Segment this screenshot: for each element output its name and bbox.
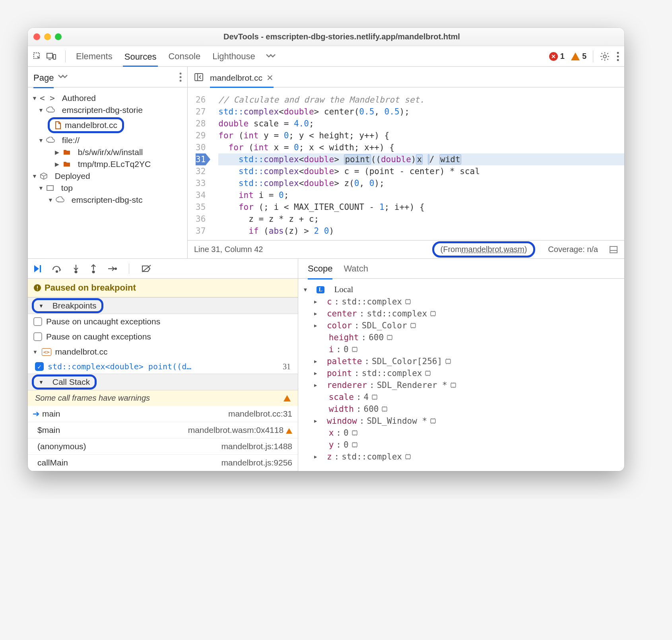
memory-icon[interactable] [429,418,437,424]
tab-elements[interactable]: Elements [74,51,114,62]
svg-point-9 [180,80,182,81]
show-drawer-icon[interactable] [609,246,618,254]
scope-variable[interactable]: ▶ window: SDL_Window * [302,415,620,427]
svg-point-23 [115,268,117,270]
source-from-link[interactable]: (From mandelbrot.wasm) [432,241,536,258]
breakpoints-header[interactable]: ▼ Breakpoints [28,297,298,314]
tab-lighthouse[interactable]: Lighthouse [211,51,257,62]
pause-uncaught-checkbox[interactable]: Pause on uncaught exceptions [28,314,298,329]
stack-frame[interactable]: (anonymous)mandelbrot.js:1488 [28,438,298,455]
file-tab-mandelbrot[interactable]: mandelbrot.cc ✕ [210,73,274,88]
stack-frame[interactable]: $mainmandelbrot.wasm:0x4118 [28,422,298,438]
memory-icon[interactable] [351,346,358,353]
deactivate-breakpoints-icon[interactable] [141,264,152,273]
tree-deployed-origin[interactable]: ▼ emscripten-dbg-stc [31,194,184,206]
settings-icon[interactable] [600,51,610,62]
tree-file-scheme[interactable]: ▼ file:// [31,134,184,146]
svg-rect-77 [451,383,456,387]
tree-top[interactable]: ▼ top [31,182,184,194]
scope-variable[interactable]: width: 600 [302,403,620,415]
memory-icon[interactable] [351,430,358,436]
tree-origin[interactable]: ▼ emscripten-dbg-storie [31,104,184,116]
scope-variable[interactable]: ▶ c: std::complex [302,296,620,308]
watch-tab[interactable]: Watch [344,264,368,274]
error-count: 1 [560,52,565,61]
memory-icon[interactable] [404,299,412,305]
memory-icon[interactable] [381,406,388,412]
device-icon[interactable] [46,52,56,61]
memory-icon[interactable] [424,370,431,376]
tree-file-mandelbrot[interactable]: mandelbrot.cc [31,116,184,134]
svg-rect-2 [53,54,56,59]
navigator-more-icon[interactable] [179,72,182,82]
tab-sources[interactable]: Sources [123,52,158,67]
line-gutter[interactable]: 262728293031323334353637 [188,87,210,240]
pause-message: Paused on breakpoint [28,279,298,297]
memory-icon[interactable] [429,310,437,317]
code-lines[interactable]: // Calculate and draw the Mandelbrot set… [210,87,624,240]
svg-point-3 [603,55,606,58]
close-icon[interactable] [33,33,40,40]
step-out-icon[interactable] [90,264,97,273]
memory-icon[interactable] [410,322,417,329]
memory-icon[interactable] [445,358,452,365]
breakpoint-item[interactable]: ✓std::complex<double> point((d…31 [28,359,298,374]
tab-console[interactable]: Console [167,51,202,62]
memory-icon[interactable] [351,442,358,448]
scope-variable[interactable]: ▶ renderer: SDL_Renderer * [302,379,620,391]
scope-tabs: Scope Watch [298,259,624,279]
step-into-icon[interactable] [72,264,80,273]
warning-icon [284,395,291,401]
scope-variable[interactable]: y: 0 [302,439,620,451]
scope-variable[interactable]: x: 0 [302,427,620,439]
scope-variable[interactable]: height: 600 [302,332,620,343]
more-navigator-icon[interactable] [58,74,68,81]
step-icon[interactable] [107,265,117,273]
warning-count-badge[interactable]: 5 [571,52,587,61]
svg-rect-28 [406,300,410,304]
pause-caught-checkbox[interactable]: Pause on caught exceptions [28,329,298,344]
svg-point-7 [180,72,182,74]
more-tabs-icon[interactable] [266,53,276,60]
error-count-badge[interactable]: ✕ 1 [549,52,565,61]
callstack-header[interactable]: ▼ Call Stack [28,374,298,390]
tree-authored[interactable]: ▼< > Authored [31,92,184,104]
scope-variable[interactable]: ▶ point: std::complex [302,367,620,379]
resume-icon[interactable] [33,264,41,273]
page-tab[interactable]: Page [33,73,54,88]
tree-deployed[interactable]: ▼ Deployed [31,170,184,182]
editor-statusbar: Line 31, Column 42 (From mandelbrot.wasm… [188,240,624,258]
scope-variable[interactable]: scale: 4 [302,391,620,403]
more-icon[interactable] [616,51,620,62]
minimize-icon[interactable] [44,33,51,40]
memory-icon[interactable] [404,454,412,460]
scope-local[interactable]: ▼ L Local [302,283,620,296]
svg-rect-56 [352,347,357,351]
zoom-icon[interactable] [55,33,62,40]
tree-path-1[interactable]: ▶ b/s/w/ir/x/w/install [31,146,184,158]
scope-tab[interactable]: Scope [308,264,332,279]
svg-rect-49 [387,336,392,339]
breakpoint-file[interactable]: ▼<>mandelbrot.cc [28,344,298,359]
svg-rect-91 [382,407,387,411]
step-over-icon[interactable] [52,264,62,273]
svg-rect-1 [47,53,52,58]
scope-variable[interactable]: ▶ z: std::complex [302,451,620,463]
memory-icon[interactable] [386,334,393,341]
scope-variable[interactable]: ▶ color: SDL_Color [302,320,620,332]
svg-rect-84 [372,395,377,399]
scope-variable[interactable]: ▶ center: std::complex [302,308,620,320]
memory-icon[interactable] [450,382,457,388]
close-tab-icon[interactable]: ✕ [266,73,274,83]
scope-variable[interactable]: ▶ palette: SDL_Color[256] [302,355,620,367]
scope-variable[interactable]: i: 0 [302,343,620,355]
traffic-lights [33,33,62,40]
svg-rect-63 [446,359,451,363]
devtools-window: DevTools - emscripten-dbg-stories.netlif… [28,28,624,471]
stack-frame[interactable]: callMainmandelbrot.js:9256 [28,455,298,471]
toggle-navigator-icon[interactable] [194,73,204,81]
stack-frame[interactable]: ➔mainmandelbrot.cc:31 [28,406,298,422]
tree-path-2[interactable]: ▶ tmp/tmp.ELcTq2YC [31,158,184,170]
inspect-icon[interactable] [33,52,42,61]
memory-icon[interactable] [371,394,378,400]
